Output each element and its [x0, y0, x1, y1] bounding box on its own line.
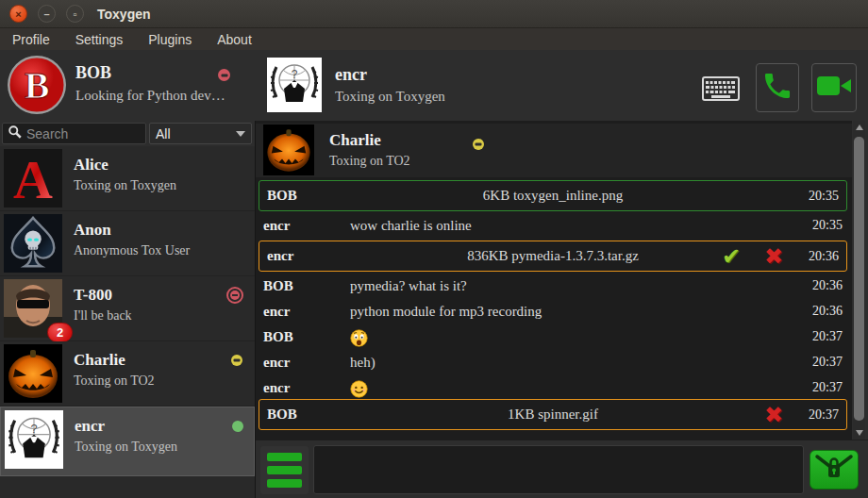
- message-row: encr wow charlie is online 20:35: [256, 214, 852, 240]
- message-text: heh): [350, 355, 376, 371]
- scroll-up-arrow[interactable]: [853, 121, 865, 134]
- keyboard-icon[interactable]: [702, 76, 740, 105]
- menu-profile[interactable]: Profile: [12, 32, 50, 47]
- file-transfer-row: encr 836KB pymedia-1.3.7.3.tar.gz ✔ ✖ 20…: [259, 241, 847, 272]
- contact-status-message: Toxing on TO2: [74, 374, 155, 389]
- unread-count-badge: 2: [47, 323, 73, 342]
- video-call-button[interactable]: [811, 63, 857, 112]
- message-sender: BOB: [263, 278, 293, 294]
- chat-menu-button[interactable]: [260, 446, 309, 494]
- menu-plugins[interactable]: Plugins: [148, 32, 192, 47]
- message-text: wow charlie is online: [350, 218, 472, 234]
- contact-name: Alice: [74, 156, 108, 174]
- encrypted-send-icon: [813, 452, 855, 488]
- message-time: 20:36: [812, 304, 843, 319]
- svg-text:?: ?: [292, 68, 298, 81]
- chat-peer-name: encr: [335, 65, 367, 85]
- file-transfer-row: BOB 1KB spinner.gif ✖ 20:37: [259, 399, 847, 430]
- scrollbar-thumb[interactable]: [854, 137, 864, 421]
- self-busy-status-icon[interactable]: [218, 69, 230, 81]
- contact-name: encr: [75, 417, 105, 436]
- contact-row-alice[interactable]: A Alice Toxing on Toxygen: [0, 146, 255, 211]
- contact-row-t800[interactable]: T-800 I'll be back 2: [0, 276, 255, 341]
- chevron-down-icon: [236, 131, 245, 137]
- video-camera-icon: [816, 73, 852, 103]
- maximize-window-button[interactable]: ▫: [66, 5, 84, 23]
- message-row: encr heh) 20:37: [256, 351, 852, 376]
- message-row: encr 20:37: [256, 376, 852, 402]
- accept-file-button[interactable]: ✔: [717, 243, 745, 270]
- svg-text:B: B: [25, 64, 50, 107]
- message-compose-bar: [256, 440, 868, 498]
- message-history: Charlie Toxing on TO2 BOB 6KB toxygen_in…: [256, 121, 852, 440]
- search-input[interactable]: [26, 126, 135, 141]
- anon-avatar: [4, 214, 62, 273]
- contact-status-message: Toxing on Toxygen: [74, 178, 176, 193]
- file-transfer-row: BOB 6KB toxygen_inline.png 20:35: [259, 180, 847, 211]
- contact-row-anon[interactable]: Anon Anonymous Tox User: [0, 211, 255, 276]
- message-row: BOB pymedia? what is it? 20:36: [256, 274, 852, 300]
- menu-settings[interactable]: Settings: [75, 32, 124, 47]
- contact-list: A Alice Toxing on Toxygen Anon: [0, 146, 255, 498]
- message-sender: encr: [263, 355, 290, 371]
- decline-file-button[interactable]: ✖: [760, 243, 788, 270]
- charlie-inline-row[interactable]: Charlie Toxing on TO2: [256, 124, 852, 177]
- audio-call-button[interactable]: [756, 63, 799, 112]
- contact-name: Anon: [74, 221, 111, 240]
- contact-row-charlie[interactable]: Charlie Toxing on TO2: [0, 341, 255, 407]
- svg-text:A: A: [13, 149, 53, 208]
- header: B BOB Looking for Python dev… ? encr Tox…: [0, 50, 868, 121]
- cancel-file-button[interactable]: ✖: [760, 402, 788, 428]
- charlie-avatar: [263, 124, 314, 175]
- close-window-button[interactable]: ×: [9, 5, 27, 23]
- message-sender: encr: [263, 304, 290, 320]
- file-name: 1KB spinner.gif: [259, 407, 846, 423]
- chat-scrollbar[interactable]: [853, 121, 865, 440]
- contact-filter-dropdown[interactable]: All: [149, 123, 252, 144]
- menu-about[interactable]: About: [217, 32, 252, 47]
- message-sender: encr: [263, 218, 290, 234]
- search-row: All: [0, 121, 255, 146]
- charlie-avatar: [4, 344, 62, 403]
- message-time: 20:36: [809, 249, 839, 264]
- send-message-button[interactable]: [810, 450, 859, 490]
- file-name: 6KB toxygen_inline.png: [259, 188, 846, 204]
- window-title: Toxygen: [97, 7, 151, 22]
- contact-status-message: Toxing on Toxygen: [75, 440, 177, 455]
- message-time: 20:36: [812, 278, 843, 293]
- toxygen-window: × – ▫ Toxygen Profile Settings Plugins A…: [0, 0, 868, 498]
- self-avatar[interactable]: B: [8, 56, 66, 114]
- message-time: 20:37: [812, 355, 843, 370]
- chat-peer-status-message: Toxing on Toxygen: [335, 89, 445, 105]
- message-time: 20:35: [809, 189, 839, 204]
- scroll-down-arrow[interactable]: [853, 426, 865, 440]
- message-row: BOB 20:37: [256, 325, 852, 351]
- message-sender: BOB: [263, 329, 293, 345]
- message-time: 20:35: [812, 218, 843, 233]
- alice-avatar: A: [4, 149, 62, 208]
- contact-name: Charlie: [74, 351, 125, 370]
- message-text: python module for mp3 recording: [350, 304, 542, 320]
- message-input[interactable]: [313, 445, 804, 494]
- svg-text:?: ?: [30, 422, 37, 436]
- contact-online-status-icon: [232, 421, 243, 432]
- contact-filter-value: All: [156, 126, 171, 141]
- message-text: pymedia? what is it?: [350, 278, 467, 294]
- peer-status-message: Toxing on TO2: [329, 154, 410, 169]
- minimize-window-button[interactable]: –: [38, 5, 56, 23]
- chat-peer-avatar: ?: [267, 58, 322, 112]
- file-name: 836KB pymedia-1.3.7.3.tar.gz: [259, 248, 846, 264]
- encr-avatar: ?: [5, 410, 63, 469]
- search-box[interactable]: [2, 123, 146, 144]
- contact-busy-status-icon: [226, 287, 243, 304]
- message-time: 20:37: [812, 329, 843, 344]
- contact-name: T-800: [74, 286, 112, 305]
- message-row: encr python module for mp3 recording 20:…: [256, 300, 852, 325]
- contact-row-encr[interactable]: ? encr Toxing on Toxygen: [0, 407, 255, 476]
- contact-status-message: Anonymous Tox User: [74, 243, 190, 258]
- message-sender: encr: [263, 380, 290, 396]
- peer-away-status-icon: [473, 139, 484, 150]
- message-time: 20:37: [809, 407, 839, 423]
- menu-bar: Profile Settings Plugins About: [0, 28, 868, 50]
- scared-emoji: [350, 329, 368, 351]
